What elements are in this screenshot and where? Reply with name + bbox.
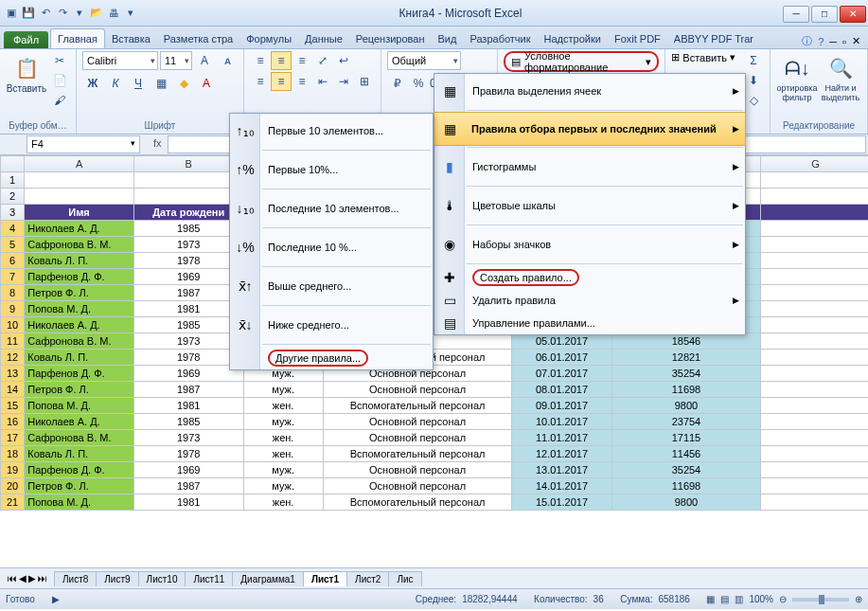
insert-button[interactable]: ⊞ Вставить▾ — [671, 51, 735, 63]
cell[interactable]: 13.01.2017 — [512, 462, 611, 478]
ribbon-tab-10[interactable]: ABBYY PDF Trar — [667, 29, 760, 48]
cell[interactable]: Сафронова В. М. — [25, 430, 134, 446]
cell[interactable]: муж. — [243, 478, 323, 494]
top-10-items-item[interactable]: ↑₁₀ Первые 10 элементов... — [230, 114, 433, 148]
cell[interactable] — [761, 269, 868, 285]
ribbon-tab-0[interactable]: Главная — [50, 28, 105, 48]
cell[interactable]: жен. — [243, 430, 323, 446]
cell[interactable]: 35254 — [611, 366, 761, 382]
sheet-tab[interactable]: Лист9 — [96, 571, 138, 586]
cell[interactable]: Парфенов Д. Ф. — [25, 462, 134, 478]
cell[interactable]: муж. — [243, 382, 323, 398]
cell[interactable] — [761, 317, 868, 333]
cell[interactable]: Основной персонал — [323, 414, 512, 430]
sheet-tab[interactable]: Лис — [388, 571, 421, 586]
cell[interactable] — [761, 382, 868, 398]
row-header[interactable]: 18 — [1, 446, 25, 462]
view-layout-icon[interactable]: ▤ — [720, 594, 729, 604]
underline-button[interactable]: Ч — [128, 74, 149, 93]
cell[interactable] — [761, 494, 868, 511]
cell[interactable]: 1985 — [133, 317, 243, 333]
cell[interactable]: 23754 — [611, 414, 761, 430]
cell[interactable]: Вспомогательный персонал — [323, 446, 512, 462]
cell[interactable]: Петров Ф. Л. — [25, 285, 134, 301]
cell[interactable]: 07.01.2017 — [512, 366, 611, 382]
fill-color-button[interactable]: ◆ — [173, 74, 194, 93]
color-scales-item[interactable]: 🌡 Цветовые шкалы ▶ — [434, 189, 745, 223]
zoom-out-button[interactable]: ⊖ — [779, 594, 787, 604]
cell[interactable]: 11698 — [611, 478, 761, 494]
cell[interactable] — [133, 189, 243, 205]
cell[interactable]: 1981 — [133, 301, 243, 317]
sheet-tab[interactable]: Лист2 — [346, 571, 389, 586]
align-left-button[interactable]: ≡ — [250, 72, 271, 91]
column-header[interactable]: B — [133, 156, 243, 172]
cell[interactable]: Николаев А. Д. — [25, 221, 134, 237]
cell[interactable]: Парфенов Д. Ф. — [25, 366, 134, 382]
autosum-button[interactable]: Σ — [743, 51, 764, 70]
column-header[interactable]: G — [761, 156, 868, 172]
cell[interactable]: Основной персонал — [323, 430, 512, 446]
cell[interactable]: 1978 — [133, 253, 243, 269]
undo-icon[interactable]: ↶ — [38, 6, 53, 21]
data-bars-item[interactable]: ▮ Гистограммы ▶ — [434, 150, 745, 184]
ribbon-tab-8[interactable]: Надстройки — [538, 29, 608, 48]
sheet-tab[interactable]: Диаграмма1 — [232, 571, 304, 586]
top-bottom-rules-item[interactable]: ▦ Правила отбора первых и последних знач… — [434, 112, 746, 146]
row-header[interactable]: 11 — [1, 333, 25, 350]
cell[interactable]: 1985 — [133, 414, 243, 430]
save-icon[interactable]: 💾 — [21, 6, 36, 21]
cell[interactable]: 1969 — [133, 269, 243, 285]
cell[interactable] — [761, 189, 868, 205]
cell[interactable]: 06.01.2017 — [512, 350, 611, 366]
cell[interactable]: 1973 — [133, 430, 243, 446]
row-header[interactable]: 10 — [1, 317, 25, 333]
cell[interactable] — [761, 398, 868, 414]
cell[interactable]: Попова М. Д. — [25, 494, 134, 511]
cell[interactable]: Сафронова В. М. — [25, 237, 134, 253]
cell[interactable] — [133, 172, 243, 189]
format-painter-button[interactable]: 🖌 — [49, 91, 70, 110]
cell[interactable]: Коваль Л. П. — [25, 350, 134, 366]
column-header[interactable]: A — [25, 156, 134, 172]
below-average-item[interactable]: x̄↓ Ниже среднего... — [230, 308, 433, 342]
grow-font-button[interactable]: A — [194, 51, 215, 70]
sort-filter-button[interactable]: ᗩ↓ ортировка фильтр — [776, 51, 818, 102]
new-rule-item[interactable]: ✚ Создать правило... — [434, 266, 745, 289]
cell[interactable]: Сафронова В. М. — [25, 333, 134, 350]
more-rules-item[interactable]: Другие правила... — [230, 347, 433, 369]
above-average-item[interactable]: x̄↑ Выше среднего... — [230, 269, 433, 303]
cell[interactable]: 1981 — [133, 398, 243, 414]
qat-dd-icon[interactable]: ▾ — [123, 6, 138, 21]
number-format-combo[interactable]: Общий — [387, 51, 461, 70]
cell[interactable]: Коваль Л. П. — [25, 446, 134, 462]
macro-icon[interactable]: ▶ — [52, 594, 60, 604]
indent-dec-button[interactable]: ⇤ — [312, 72, 333, 91]
cell[interactable]: 1969 — [133, 462, 243, 478]
header-cell[interactable]: Дата рождени — [133, 205, 243, 221]
cell[interactable]: 10.01.2017 — [512, 414, 611, 430]
font-name-combo[interactable]: Calibri — [82, 51, 158, 70]
cell[interactable]: 1973 — [133, 237, 243, 253]
cell[interactable] — [761, 172, 868, 189]
cell[interactable]: жен. — [243, 398, 323, 414]
mdi-min-icon[interactable]: ─ — [829, 36, 837, 47]
cell[interactable]: жен. — [243, 494, 323, 511]
cell[interactable] — [761, 237, 868, 253]
cell[interactable]: Основной персонал — [323, 382, 512, 398]
row-header[interactable]: 7 — [1, 269, 25, 285]
qat-more-icon[interactable]: ▾ — [72, 6, 87, 21]
mdi-close-icon[interactable]: ✕ — [852, 35, 860, 47]
cell[interactable]: 15.01.2017 — [512, 494, 611, 511]
border-button[interactable]: ▦ — [151, 74, 171, 93]
view-normal-icon[interactable]: ▦ — [706, 594, 715, 604]
row-header[interactable]: 14 — [1, 382, 25, 398]
bottom-10-items-item[interactable]: ↓₁₀ Последние 10 элементов... — [230, 191, 433, 225]
help-icon[interactable]: ⓘ — [802, 34, 812, 48]
align-center-button[interactable]: ≡ — [271, 72, 292, 91]
cell[interactable] — [761, 301, 868, 317]
print-icon[interactable]: 🖶 — [106, 6, 121, 21]
cell[interactable] — [761, 333, 868, 350]
cell[interactable]: муж. — [243, 462, 323, 478]
row-header[interactable]: 2 — [1, 189, 25, 205]
